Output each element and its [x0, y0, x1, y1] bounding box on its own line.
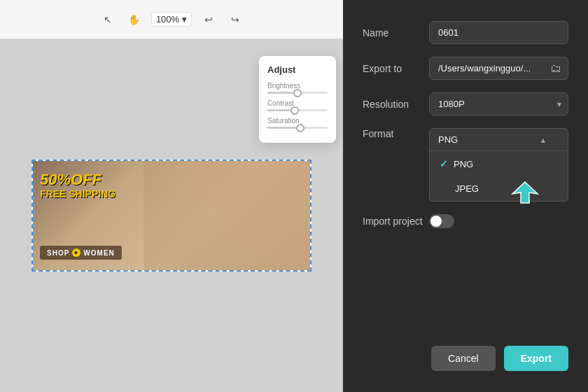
- format-select-container: PNG ▴ ✓ PNG JPEG: [429, 128, 568, 202]
- button-row: Cancel Export: [431, 346, 568, 371]
- redo-button[interactable]: ↪: [225, 10, 245, 29]
- name-row: Name: [363, 21, 568, 44]
- banner-text-area: 50%OFF FREE SHIPPING: [40, 172, 115, 200]
- export-form: Name Export to 🗂 Resolution 720P 1080P 2…: [343, 0, 588, 255]
- shop-label: SHOP: [47, 249, 69, 257]
- resolution-label: Resolution: [363, 99, 429, 110]
- format-chevron-icon: ▴: [541, 135, 545, 145]
- export-to-label: Export to: [363, 63, 429, 74]
- undo-button[interactable]: ↩: [199, 10, 218, 29]
- contrast-label: Contrast: [267, 99, 328, 107]
- zoom-chevron: ▾: [182, 14, 187, 24]
- saturation-track[interactable]: [267, 127, 328, 129]
- cancel-button[interactable]: Cancel: [431, 346, 496, 371]
- import-project-row: Import project: [363, 214, 568, 228]
- import-toggle[interactable]: [429, 214, 454, 228]
- sale-text: 50%OFF: [40, 172, 115, 188]
- brightness-control: Brightness: [267, 82, 328, 94]
- format-png-label: PNG: [454, 159, 473, 169]
- hand-tool-button[interactable]: ✋: [125, 10, 144, 29]
- zoom-control[interactable]: 100% ▾: [151, 12, 192, 27]
- format-option-png[interactable]: ✓ PNG: [430, 151, 568, 176]
- shipping-text: FREE SHIPPING: [40, 188, 115, 200]
- brightness-track[interactable]: [267, 92, 328, 94]
- saturation-control: Saturation: [267, 117, 328, 129]
- canvas-area: ↖ ✋ 100% ▾ ↩ ↪ 50%OFF FREE SHI: [0, 0, 343, 392]
- import-project-label: Import project: [363, 216, 429, 227]
- name-input[interactable]: [429, 21, 568, 44]
- format-label: Format: [363, 128, 429, 139]
- shop-button: SHOP ✦ WOMEN: [40, 246, 122, 260]
- format-dropdown: ✓ PNG JPEG: [429, 151, 568, 202]
- zoom-label: 100%: [156, 14, 179, 24]
- resolution-row: Resolution 720P 1080P 2K 4K ▾: [363, 92, 568, 115]
- name-label: Name: [363, 27, 429, 38]
- export-button[interactable]: Export: [504, 346, 568, 371]
- contrast-track[interactable]: [267, 109, 328, 111]
- format-row: Format PNG ▴ ✓ PNG JPEG: [363, 128, 568, 202]
- resolution-select[interactable]: 720P 1080P 2K 4K: [429, 92, 568, 115]
- toolbar: ↖ ✋ 100% ▾ ↩ ↪: [0, 0, 343, 39]
- adjust-panel: Adjust Brightness Contrast Saturation: [259, 56, 336, 143]
- export-path-input[interactable]: [429, 57, 568, 80]
- cursor-tool-button[interactable]: ↖: [98, 10, 118, 29]
- format-select-display[interactable]: PNG ▴: [429, 128, 568, 151]
- resolution-select-wrapper: 720P 1080P 2K 4K ▾: [429, 92, 568, 115]
- adjust-title: Adjust: [267, 64, 328, 75]
- export-path-wrapper: 🗂: [429, 57, 568, 80]
- check-icon: ✓: [440, 158, 448, 169]
- folder-icon[interactable]: 🗂: [550, 62, 561, 75]
- shop-icon: ✦: [72, 248, 80, 257]
- contrast-control: Contrast: [267, 99, 328, 111]
- format-selected-value: PNG: [438, 134, 458, 145]
- export-to-row: Export to 🗂: [363, 57, 568, 80]
- format-jpeg-label: JPEG: [455, 183, 479, 194]
- right-panel: Name Export to 🗂 Resolution 720P 1080P 2…: [343, 0, 588, 392]
- banner-selection[interactable]: 50%OFF FREE SHIPPING SHOP ✦ WOMEN: [31, 160, 312, 272]
- format-option-jpeg[interactable]: JPEG: [430, 176, 568, 201]
- women-label: WOMEN: [83, 249, 114, 257]
- banner-image: 50%OFF FREE SHIPPING SHOP ✦ WOMEN: [33, 161, 310, 270]
- saturation-label: Saturation: [267, 117, 328, 125]
